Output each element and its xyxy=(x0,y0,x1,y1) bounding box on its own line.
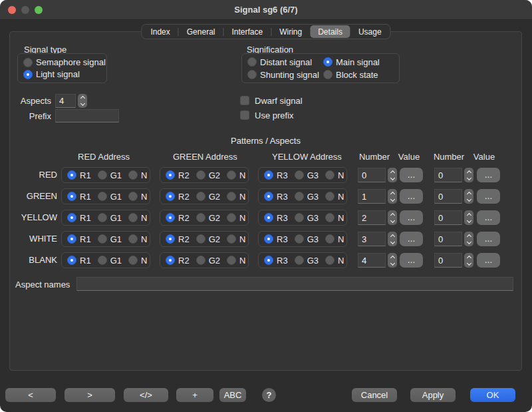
radio-option[interactable]: N xyxy=(325,192,344,202)
number-input-1[interactable] xyxy=(358,189,386,204)
pattern-row-label: GREEN xyxy=(10,188,57,204)
radio-option[interactable]: R1 xyxy=(67,256,91,266)
number-stepper-1[interactable] xyxy=(388,210,397,225)
radio-option[interactable]: N xyxy=(227,234,245,244)
number-stepper-1[interactable] xyxy=(388,189,397,204)
radio-option[interactable]: N xyxy=(227,170,245,180)
radio-option[interactable]: R2 xyxy=(166,256,190,266)
radio-option[interactable]: G2 xyxy=(196,256,220,266)
radio-option[interactable]: R1 xyxy=(67,234,91,244)
radio-selected-icon xyxy=(166,213,175,222)
tab-wiring[interactable]: Wiring xyxy=(271,25,310,38)
value-button-1[interactable]: … xyxy=(400,210,423,225)
radio-option[interactable]: G3 xyxy=(295,213,319,223)
number-stepper-2[interactable] xyxy=(464,210,473,225)
radio-option[interactable]: R3 xyxy=(264,192,288,202)
radio-option-label: R3 xyxy=(277,170,288,180)
radio-option[interactable]: N xyxy=(128,170,147,180)
radio-option[interactable]: G3 xyxy=(295,192,319,202)
number-stepper-1[interactable] xyxy=(388,232,397,246)
number-input-1[interactable] xyxy=(358,253,386,268)
number-stepper-1[interactable] xyxy=(388,168,397,182)
radio-option[interactable]: G1 xyxy=(98,192,122,202)
radio-option-label: N xyxy=(239,170,245,180)
radio-option[interactable]: N xyxy=(325,234,344,244)
radio-option[interactable]: R1 xyxy=(67,192,91,202)
radio-option-label: G2 xyxy=(209,256,220,266)
help-button[interactable]: ? xyxy=(262,388,276,402)
radio-option[interactable]: G3 xyxy=(295,234,319,244)
radio-option[interactable]: G3 xyxy=(295,256,319,266)
radio-option[interactable]: N xyxy=(227,213,245,223)
tab-usage[interactable]: Usage xyxy=(350,25,390,38)
chevron-down-icon xyxy=(390,239,394,244)
number-input-1[interactable] xyxy=(358,168,386,182)
next-button[interactable]: > xyxy=(65,388,115,402)
number-stepper-2[interactable] xyxy=(464,189,473,204)
number-stepper-2[interactable] xyxy=(464,168,473,182)
tab-general[interactable]: General xyxy=(179,25,223,38)
radio-option[interactable]: N xyxy=(325,170,344,180)
radio-option[interactable]: N xyxy=(128,256,147,266)
value-button-1[interactable]: … xyxy=(400,168,423,182)
radio-option[interactable]: R3 xyxy=(264,234,288,244)
number-stepper-2[interactable] xyxy=(464,253,473,268)
radio-option[interactable]: R2 xyxy=(166,234,190,244)
abc-button[interactable]: ABC xyxy=(219,388,246,402)
radio-option[interactable]: N xyxy=(128,192,147,202)
tab-index[interactable]: Index xyxy=(142,25,178,38)
cancel-button[interactable]: Cancel xyxy=(352,388,397,402)
value-button-1[interactable]: … xyxy=(400,189,423,204)
radio-option[interactable]: N xyxy=(128,234,147,244)
radio-option[interactable]: G3 xyxy=(295,170,319,180)
tab-interface[interactable]: Interface xyxy=(223,25,271,38)
number-input-2[interactable] xyxy=(434,232,462,246)
radio-option[interactable]: N xyxy=(325,213,344,223)
radio-option[interactable]: G1 xyxy=(98,213,122,223)
radio-selected-icon xyxy=(264,234,273,244)
value-button-1[interactable]: … xyxy=(400,253,423,268)
number-input-2[interactable] xyxy=(434,210,462,225)
radio-option[interactable]: G2 xyxy=(196,170,220,180)
value-button-2[interactable]: … xyxy=(477,210,500,225)
radio-option[interactable]: N xyxy=(325,256,344,266)
number-input-2[interactable] xyxy=(434,253,462,268)
value-button-2[interactable]: … xyxy=(477,189,500,204)
add-button[interactable]: + xyxy=(176,388,213,402)
value-button-2[interactable]: … xyxy=(477,168,500,182)
radio-option[interactable]: N xyxy=(128,213,147,223)
ok-button[interactable]: OK xyxy=(470,388,515,402)
radio-option[interactable]: N xyxy=(227,192,245,202)
value-button-2[interactable]: … xyxy=(477,253,500,268)
radio-option[interactable]: R3 xyxy=(264,170,288,180)
radio-option[interactable]: N xyxy=(227,256,245,266)
radio-option[interactable]: G1 xyxy=(98,170,122,180)
radio-option[interactable]: R1 xyxy=(67,213,91,223)
number-input-2[interactable] xyxy=(434,189,462,204)
number-input-2[interactable] xyxy=(434,168,462,182)
number-input-1[interactable] xyxy=(358,210,386,225)
value-button-2[interactable]: … xyxy=(477,232,500,246)
radio-option[interactable]: G2 xyxy=(196,192,220,202)
radio-unselected-icon xyxy=(128,170,138,180)
code-button[interactable]: </> xyxy=(124,388,168,402)
radio-option[interactable]: R1 xyxy=(67,170,91,180)
radio-option[interactable]: R3 xyxy=(264,256,288,266)
previous-button[interactable]: < xyxy=(5,388,56,402)
radio-option[interactable]: G2 xyxy=(196,234,220,244)
radio-option[interactable]: R3 xyxy=(264,213,288,223)
number-input-1[interactable] xyxy=(358,232,386,246)
radio-option[interactable]: R2 xyxy=(166,213,190,223)
aspect-names-input[interactable] xyxy=(76,277,513,291)
number-stepper-1[interactable] xyxy=(388,253,397,268)
radio-option[interactable]: R2 xyxy=(166,192,190,202)
radio-unselected-icon xyxy=(295,213,304,222)
tab-details[interactable]: Details xyxy=(310,25,350,38)
radio-option[interactable]: G2 xyxy=(196,213,220,223)
radio-option[interactable]: G1 xyxy=(98,256,122,266)
radio-option[interactable]: G1 xyxy=(98,234,122,244)
radio-option[interactable]: R2 xyxy=(166,170,190,180)
number-stepper-2[interactable] xyxy=(464,232,473,246)
value-button-1[interactable]: … xyxy=(400,232,423,246)
apply-button[interactable]: Apply xyxy=(410,388,456,402)
